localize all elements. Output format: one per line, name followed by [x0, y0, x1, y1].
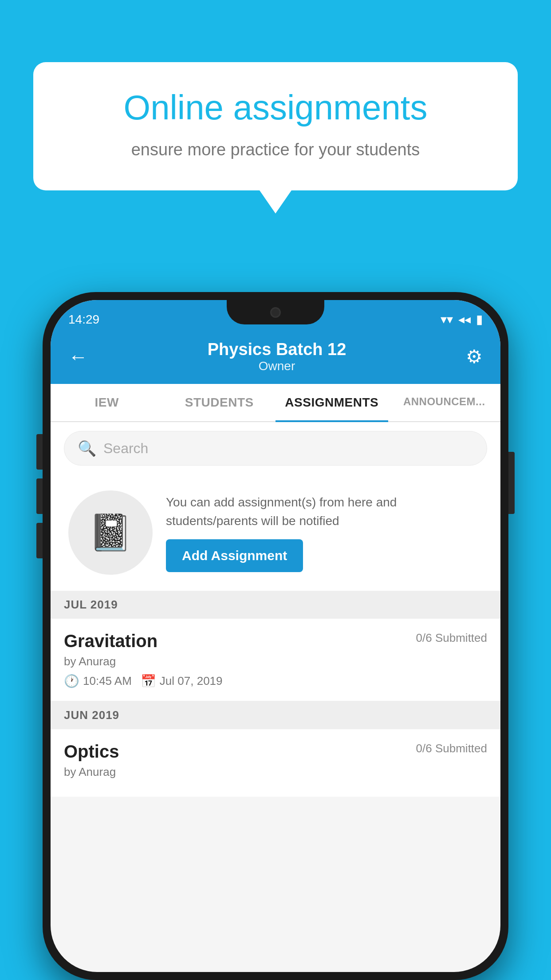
tabs-bar: IEW STUDENTS ASSIGNMENTS ANNOUNCEM...: [51, 384, 500, 422]
tab-assignments[interactable]: ASSIGNMENTS: [276, 384, 388, 421]
status-icons: ▾▾ ◂◂ ▮: [441, 312, 483, 327]
app-header: ← Physics Batch 12 Owner ⚙: [51, 332, 500, 384]
section-label-jun: JUN 2019: [64, 708, 119, 722]
section-label-jul: JUL 2019: [64, 598, 118, 611]
back-button[interactable]: ←: [68, 346, 88, 368]
optics-top-row: Optics 0/6 Submitted: [64, 742, 487, 762]
search-placeholder: Search: [103, 440, 148, 457]
header-subtitle: Owner: [88, 359, 466, 373]
battery-icon: ▮: [476, 312, 483, 327]
tab-iew[interactable]: IEW: [51, 384, 163, 421]
time-meta: 🕐 10:45 AM: [64, 674, 132, 688]
tab-students[interactable]: STUDENTS: [163, 384, 276, 421]
assignment-optics[interactable]: Optics 0/6 Submitted by Anurag: [51, 729, 500, 797]
section-jul-2019: JUL 2019: [51, 591, 500, 619]
phone-notch: [227, 300, 324, 324]
date-meta: 📅 Jul 07, 2019: [141, 674, 223, 688]
bubble-title: Online assignments: [64, 89, 487, 127]
assignment-date: Jul 07, 2019: [160, 674, 223, 688]
header-center: Physics Batch 12 Owner: [88, 340, 466, 373]
clock-icon: 🕐: [64, 674, 79, 688]
empty-text-area: You can add assignment(s) from here and …: [166, 493, 483, 572]
submitted-count-gravitation: 0/6 Submitted: [416, 631, 487, 645]
assignment-top-row: Gravitation 0/6 Submitted: [64, 631, 487, 651]
assignment-meta-gravitation: 🕐 10:45 AM 📅 Jul 07, 2019: [64, 674, 487, 688]
header-title: Physics Batch 12: [88, 340, 466, 359]
speech-bubble: Online assignments ensure more practice …: [33, 62, 518, 190]
assignment-name-optics: Optics: [64, 742, 119, 762]
empty-state: 📓 You can add assignment(s) from here an…: [51, 474, 500, 591]
status-time: 14:29: [68, 312, 99, 327]
settings-button[interactable]: ⚙: [466, 346, 483, 368]
camera: [270, 307, 281, 318]
notebook-icon: 📓: [88, 512, 133, 553]
assignment-time: 10:45 AM: [83, 674, 132, 688]
search-input[interactable]: 🔍 Search: [64, 431, 487, 466]
calendar-icon: 📅: [141, 674, 156, 688]
assignment-by-gravitation: by Anurag: [64, 655, 487, 668]
assignment-by-optics: by Anurag: [64, 765, 487, 779]
add-assignment-button[interactable]: Add Assignment: [166, 539, 303, 572]
section-jun-2019: JUN 2019: [51, 701, 500, 729]
search-bar: 🔍 Search: [51, 422, 500, 474]
speech-bubble-area: Online assignments ensure more practice …: [33, 62, 518, 190]
empty-description: You can add assignment(s) from here and …: [166, 493, 483, 530]
assignment-name-gravitation: Gravitation: [64, 631, 157, 651]
phone-screen: 14:29 ▾▾ ◂◂ ▮ ← Physics Batch 12 Owner ⚙: [51, 300, 500, 972]
tab-announcements[interactable]: ANNOUNCEM...: [388, 384, 501, 421]
assignment-gravitation[interactable]: Gravitation 0/6 Submitted by Anurag 🕐 10…: [51, 619, 500, 701]
phone-outer: 14:29 ▾▾ ◂◂ ▮ ← Physics Batch 12 Owner ⚙: [43, 292, 508, 980]
signal-icon: ◂◂: [458, 312, 471, 327]
phone-frame: 14:29 ▾▾ ◂◂ ▮ ← Physics Batch 12 Owner ⚙: [43, 292, 508, 980]
wifi-icon: ▾▾: [441, 312, 453, 327]
submitted-count-optics: 0/6 Submitted: [416, 742, 487, 755]
search-icon: 🔍: [78, 439, 96, 457]
bubble-subtitle: ensure more practice for your students: [64, 140, 487, 159]
empty-icon-circle: 📓: [68, 490, 153, 575]
